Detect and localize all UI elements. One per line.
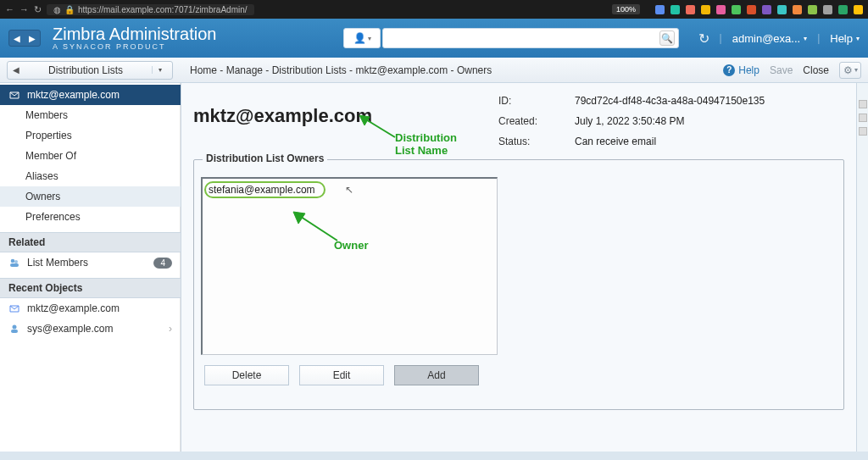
svg-rect-3 (10, 263, 19, 267)
gear-menu[interactable]: ⚙ ▾ (839, 62, 861, 79)
url-text: https://mail.example.com:7071/zimbraAdmi… (78, 5, 248, 14)
svg-point-2 (14, 260, 18, 263)
url-bar[interactable]: ◍ 🔒 https://mail.example.com:7071/zimbra… (47, 4, 254, 15)
back-icon[interactable]: ← (5, 4, 14, 14)
sidebar-item-aliases[interactable]: Aliases (0, 166, 181, 186)
brand: Zimbra Administration A SYNACOR PRODUCT (53, 25, 216, 52)
pager-prev-icon[interactable]: ◀ (9, 30, 25, 46)
owners-list[interactable]: stefania@example.com (201, 177, 498, 355)
close-button[interactable]: Close (803, 64, 829, 76)
svg-point-4 (13, 325, 17, 330)
search-icon[interactable]: 🔍 (659, 30, 675, 46)
search-input[interactable] (387, 29, 659, 47)
sidebar-item-label: mktz@example.com (27, 302, 120, 314)
shield-icon: ◍ (53, 5, 61, 14)
sidebar-item-label: sys@example.com (27, 323, 114, 335)
sidebar-section-label: Distribution Lists (19, 64, 152, 76)
chevron-down-icon[interactable]: ▾ (152, 66, 167, 74)
account-icon (8, 324, 20, 334)
id-value: 79cd72c4-df48-4c3a-a48a-04947150e135 (575, 95, 844, 107)
help-label: Help (830, 32, 853, 45)
sidebar-breadcrumb-dropdown[interactable]: ◀ Distribution Lists ▾ (7, 61, 173, 80)
sidebar-item-members[interactable]: Members (0, 105, 181, 125)
sidebar-item-owners[interactable]: Owners (0, 186, 181, 207)
created-label: Created: (498, 115, 575, 127)
sidebar-item-properties[interactable]: Properties (0, 125, 181, 146)
sidebar-item-dl-current[interactable]: mktz@example.com (0, 85, 181, 105)
owners-legend: Distribution List Owners (203, 152, 327, 164)
count-badge: 4 (153, 258, 172, 269)
help-icon: ? (723, 64, 735, 76)
people-icon (8, 258, 20, 268)
sidebar-item-label: mktz@example.com (27, 89, 120, 101)
sidebar-item-label: Aliases (25, 170, 58, 182)
owner-row[interactable]: stefania@example.com (204, 181, 326, 198)
zoom-badge[interactable]: 100% (612, 4, 640, 14)
sidebar-item-label: Properties (25, 130, 72, 141)
status-value: Can receive email (575, 136, 844, 147)
strip-icon[interactable] (859, 127, 867, 136)
brand-title: Zimbra Administration (53, 25, 216, 43)
sidebar-item-member-of[interactable]: Member Of (0, 146, 181, 166)
edit-button[interactable]: Edit (299, 365, 384, 385)
refresh-icon[interactable]: ↻ (698, 30, 709, 47)
sub-toolbar: ◀ Distribution Lists ▾ Home - Manage - D… (0, 58, 868, 83)
sidebar-item-label: Preferences (25, 211, 81, 223)
pager-next-icon[interactable]: ▶ (25, 30, 40, 46)
sidebar-related-header: Related (0, 232, 181, 252)
brand-subtitle: A SYNACOR PRODUCT (53, 43, 216, 52)
right-tool-strip (856, 83, 868, 452)
browser-chrome: ← → ↻ ◍ 🔒 https://mail.example.com:7071/… (0, 0, 868, 19)
sidebar: mktz@example.com Members Properties Memb… (0, 83, 181, 452)
sidebar-item-list-members[interactable]: List Members 4 (0, 252, 181, 273)
history-pager[interactable]: ◀ ▶ (8, 30, 41, 47)
svg-point-1 (11, 259, 15, 263)
people-icon: 👤 (353, 32, 366, 44)
sidebar-item-label: Member Of (25, 150, 76, 162)
help-text: Help (738, 64, 760, 76)
sidebar-recent-item[interactable]: sys@example.com › (0, 319, 181, 339)
delete-button[interactable]: Delete (204, 365, 289, 385)
chevron-left-icon[interactable]: ◀ (13, 65, 19, 75)
strip-icon[interactable] (859, 100, 867, 108)
help-menu[interactable]: Help ▾ (830, 32, 860, 45)
chevron-down-icon: ▾ (368, 35, 371, 42)
sidebar-item-preferences[interactable]: Preferences (0, 207, 181, 227)
user-label: admin@exa... (732, 32, 800, 45)
chevron-right-icon: › (169, 323, 172, 335)
sidebar-item-label: Members (25, 109, 68, 121)
sidebar-item-label: Owners (25, 191, 60, 202)
id-label: ID: (498, 95, 575, 107)
page-title: mktz@example.com (193, 105, 473, 127)
search-box[interactable]: 🔍 (382, 28, 679, 48)
save-button: Save (770, 64, 793, 76)
dl-icon (8, 303, 20, 313)
app-header: ◀ ▶ Zimbra Administration A SYNACOR PROD… (0, 19, 868, 58)
help-link[interactable]: ? Help (723, 64, 760, 76)
reload-icon[interactable]: ↻ (34, 4, 42, 15)
add-button[interactable]: Add (394, 365, 479, 385)
svg-rect-5 (11, 330, 18, 333)
lock-icon: 🔒 (64, 5, 75, 14)
sidebar-recent-header: Recent Objects (0, 278, 181, 298)
created-value: July 1, 2022 3:50:48 PM (575, 115, 844, 127)
status-label: Status: (498, 136, 575, 147)
extension-icons (655, 5, 863, 14)
gear-icon: ⚙ (843, 64, 853, 76)
sidebar-recent-item[interactable]: mktz@example.com (0, 298, 181, 319)
search-filter-dropdown[interactable]: 👤 ▾ (343, 28, 381, 48)
chevron-down-icon: ▾ (854, 66, 858, 74)
chevron-down-icon: ▾ (804, 35, 807, 42)
owners-fieldset: Distribution List Owners stefania@exampl… (193, 159, 844, 410)
strip-icon[interactable] (859, 114, 867, 122)
chevron-down-icon: ▾ (856, 35, 860, 42)
user-menu[interactable]: admin@exa... ▾ (732, 32, 807, 45)
breadcrumb: Home - Manage - Distribution Lists - mkt… (190, 64, 716, 76)
sidebar-item-label: List Members (27, 257, 88, 269)
main-panel: mktz@example.com ID: 79cd72c4-df48-4c3a-… (181, 83, 856, 452)
dl-icon (8, 90, 20, 100)
forward-icon[interactable]: → (19, 4, 29, 14)
